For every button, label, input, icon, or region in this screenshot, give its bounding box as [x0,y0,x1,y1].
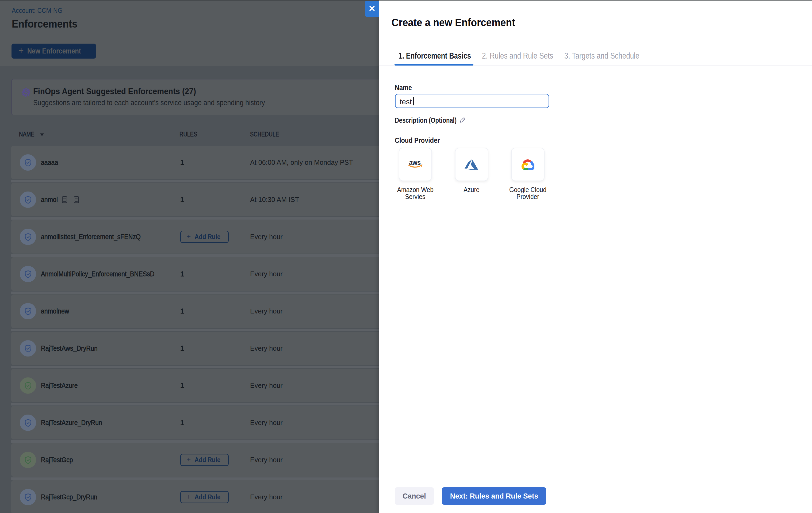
svg-text:aws: aws [409,158,421,167]
